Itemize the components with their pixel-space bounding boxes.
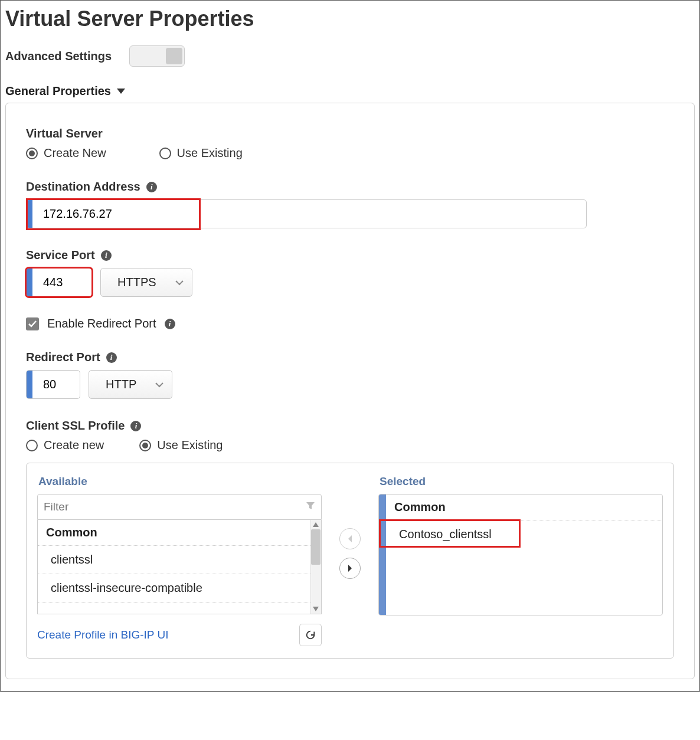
- ribbon: [379, 495, 386, 615]
- move-right-button[interactable]: [339, 558, 361, 579]
- filter-icon[interactable]: [300, 501, 321, 513]
- enable-redirect-checkbox[interactable]: [26, 317, 39, 330]
- create-profile-link[interactable]: Create Profile in BIG-IP UI: [37, 628, 168, 641]
- info-icon[interactable]: i: [101, 250, 112, 261]
- info-icon[interactable]: i: [165, 319, 175, 329]
- destination-address-input-wrap: [26, 199, 587, 228]
- chevron-down-icon: [167, 277, 192, 288]
- advanced-settings-label: Advanced Settings: [5, 50, 112, 63]
- radio-selected-icon: [139, 440, 151, 451]
- scroll-thumb[interactable]: [311, 529, 320, 565]
- info-icon[interactable]: i: [130, 421, 141, 431]
- service-port-input-wrap: [26, 268, 92, 297]
- radio-icon: [26, 440, 38, 451]
- ribbon: [27, 269, 32, 296]
- selected-heading: Selected: [378, 475, 663, 488]
- list-item[interactable]: clientssl: [38, 546, 321, 574]
- list-item[interactable]: clientssl-insecure-compatible: [38, 574, 321, 603]
- selected-group: Common: [386, 495, 662, 520]
- info-icon[interactable]: i: [106, 352, 117, 363]
- info-icon[interactable]: i: [146, 182, 157, 192]
- ssl-create-new-radio[interactable]: Create new: [26, 438, 104, 452]
- move-left-button[interactable]: [339, 528, 361, 549]
- destination-address-label: Destination Address: [26, 180, 140, 194]
- virtual-server-label: Virtual Server: [26, 127, 674, 140]
- redirect-port-input[interactable]: [32, 371, 80, 398]
- advanced-settings-toggle[interactable]: [129, 45, 185, 67]
- refresh-button[interactable]: [299, 624, 322, 646]
- vs-use-existing-radio[interactable]: Use Existing: [159, 146, 243, 160]
- scroll-down-icon[interactable]: [312, 605, 319, 613]
- available-column: Available Common clientssl clientssl-ins…: [37, 475, 322, 646]
- chevron-down-icon: [147, 379, 172, 390]
- redirect-port-label: Redirect Port: [26, 351, 100, 364]
- available-heading: Available: [37, 475, 322, 488]
- radio-selected-icon: [26, 148, 38, 159]
- radio-icon: [159, 148, 171, 159]
- scrollbar[interactable]: [310, 520, 321, 614]
- available-filter-input[interactable]: [38, 495, 300, 519]
- section-header-text: General Properties: [5, 84, 111, 98]
- redirect-port-protocol-select[interactable]: HTTP: [89, 370, 172, 399]
- ssl-use-existing-radio[interactable]: Use Existing: [139, 438, 223, 452]
- destination-address-input[interactable]: [32, 200, 203, 228]
- available-listbox[interactable]: Common clientssl clientssl-insecure-comp…: [37, 520, 322, 614]
- ssl-profile-picker: Available Common clientssl clientssl-ins…: [26, 463, 674, 659]
- service-port-protocol-select[interactable]: HTTPS: [100, 268, 192, 297]
- enable-redirect-label: Enable Redirect Port: [47, 317, 156, 330]
- selected-column: Selected Common Contoso_clientssl: [378, 475, 663, 615]
- service-port-input[interactable]: [32, 269, 91, 296]
- page-title: Virtual Server Properties: [5, 6, 695, 31]
- selected-listbox[interactable]: Common Contoso_clientssl: [378, 494, 663, 615]
- client-ssl-profile-label: Client SSL Profile: [26, 419, 125, 433]
- ribbon: [27, 371, 32, 398]
- redirect-port-input-wrap: [26, 370, 80, 399]
- available-group: Common: [38, 520, 321, 546]
- service-port-label: Service Port: [26, 248, 95, 262]
- ribbon: [27, 200, 32, 228]
- list-item[interactable]: Contoso_clientssl: [386, 520, 662, 548]
- vs-create-new-radio[interactable]: Create New: [26, 146, 106, 160]
- section-header-general[interactable]: General Properties: [5, 84, 695, 98]
- scroll-up-icon[interactable]: [312, 521, 319, 528]
- caret-down-icon: [117, 89, 125, 94]
- transfer-buttons: [339, 475, 361, 579]
